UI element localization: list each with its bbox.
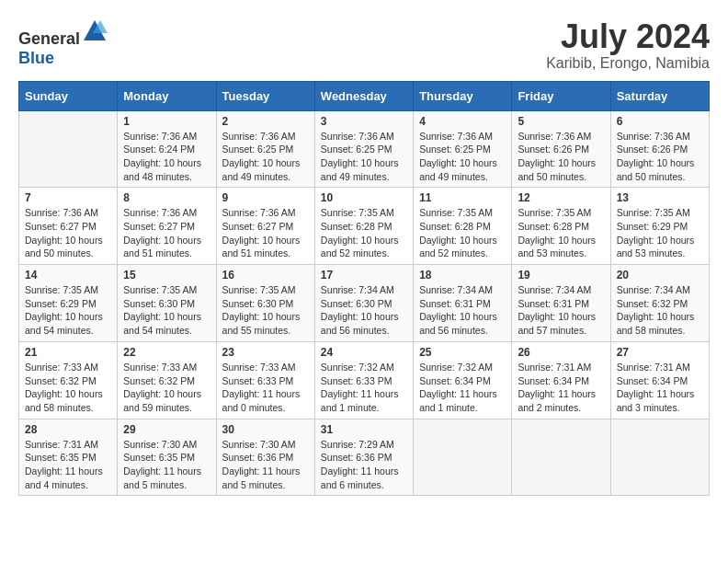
calendar-header: SundayMondayTuesdayWednesdayThursdayFrid…	[19, 81, 710, 110]
day-info: Sunrise: 7:34 AMSunset: 6:31 PMDaylight:…	[419, 283, 506, 338]
day-number: 6	[617, 115, 703, 128]
day-number: 28	[25, 423, 111, 436]
day-number: 10	[321, 191, 407, 204]
calendar-table: SundayMondayTuesdayWednesdayThursdayFrid…	[18, 81, 710, 497]
day-info: Sunrise: 7:30 AMSunset: 6:35 PMDaylight:…	[123, 438, 210, 492]
day-info: Sunrise: 7:34 AMSunset: 6:32 PMDaylight:…	[617, 283, 703, 338]
calendar-cell: 17Sunrise: 7:34 AMSunset: 6:30 PMDayligh…	[314, 265, 413, 342]
day-number: 18	[419, 269, 506, 282]
day-info: Sunrise: 7:34 AMSunset: 6:30 PMDaylight:…	[321, 283, 407, 338]
title-section: July 2024 Karibib, Erongo, Namibia	[546, 18, 710, 72]
logo-text: General Blue	[18, 18, 108, 68]
calendar-cell: 15Sunrise: 7:35 AMSunset: 6:30 PMDayligh…	[118, 265, 216, 342]
logo-icon	[82, 18, 108, 44]
calendar-cell: 27Sunrise: 7:31 AMSunset: 6:34 PMDayligh…	[610, 341, 709, 419]
day-number: 17	[321, 269, 407, 282]
day-number: 2	[222, 115, 309, 128]
day-number: 22	[123, 346, 210, 359]
day-number: 25	[419, 346, 506, 359]
day-info: Sunrise: 7:31 AMSunset: 6:34 PMDaylight:…	[617, 361, 703, 415]
calendar-cell: 18Sunrise: 7:34 AMSunset: 6:31 PMDayligh…	[414, 265, 512, 342]
calendar-cell: 25Sunrise: 7:32 AMSunset: 6:34 PMDayligh…	[414, 341, 512, 419]
day-info: Sunrise: 7:30 AMSunset: 6:36 PMDaylight:…	[222, 438, 309, 492]
day-info: Sunrise: 7:32 AMSunset: 6:33 PMDaylight:…	[321, 361, 407, 415]
day-number: 20	[617, 269, 703, 282]
day-info: Sunrise: 7:31 AMSunset: 6:35 PMDaylight:…	[25, 438, 111, 492]
calendar-cell: 13Sunrise: 7:35 AMSunset: 6:29 PMDayligh…	[610, 188, 709, 265]
calendar-cell: 28Sunrise: 7:31 AMSunset: 6:35 PMDayligh…	[19, 419, 118, 496]
calendar-week-3: 14Sunrise: 7:35 AMSunset: 6:29 PMDayligh…	[19, 265, 710, 342]
day-number: 31	[321, 423, 407, 436]
calendar-cell: 23Sunrise: 7:33 AMSunset: 6:33 PMDayligh…	[216, 341, 314, 419]
calendar-cell: 4Sunrise: 7:36 AMSunset: 6:25 PMDaylight…	[414, 110, 512, 188]
calendar-week-4: 21Sunrise: 7:33 AMSunset: 6:32 PMDayligh…	[19, 341, 710, 419]
day-info: Sunrise: 7:36 AMSunset: 6:27 PMDaylight:…	[123, 206, 210, 260]
day-info: Sunrise: 7:36 AMSunset: 6:25 PMDaylight:…	[222, 130, 309, 184]
calendar-cell: 16Sunrise: 7:35 AMSunset: 6:30 PMDayligh…	[216, 265, 314, 342]
day-info: Sunrise: 7:33 AMSunset: 6:32 PMDaylight:…	[25, 361, 111, 415]
day-info: Sunrise: 7:36 AMSunset: 6:24 PMDaylight:…	[123, 130, 210, 184]
weekday-header-monday: Monday	[118, 81, 216, 110]
weekday-header-row: SundayMondayTuesdayWednesdayThursdayFrid…	[19, 81, 710, 110]
calendar-cell: 3Sunrise: 7:36 AMSunset: 6:25 PMDaylight…	[314, 110, 413, 188]
day-info: Sunrise: 7:35 AMSunset: 6:30 PMDaylight:…	[123, 283, 210, 338]
month-year-title: July 2024	[546, 18, 710, 55]
calendar-cell: 14Sunrise: 7:35 AMSunset: 6:29 PMDayligh…	[19, 265, 118, 342]
day-number: 5	[518, 115, 604, 128]
day-info: Sunrise: 7:35 AMSunset: 6:28 PMDaylight:…	[419, 206, 506, 260]
calendar-week-2: 7Sunrise: 7:36 AMSunset: 6:27 PMDaylight…	[19, 188, 710, 265]
calendar-cell	[610, 419, 709, 496]
day-number: 9	[222, 191, 309, 204]
day-number: 12	[518, 191, 604, 204]
calendar-cell: 22Sunrise: 7:33 AMSunset: 6:32 PMDayligh…	[118, 341, 216, 419]
logo: General Blue	[18, 18, 108, 68]
calendar-cell: 26Sunrise: 7:31 AMSunset: 6:34 PMDayligh…	[512, 341, 610, 419]
day-number: 19	[518, 269, 604, 282]
calendar-cell: 10Sunrise: 7:35 AMSunset: 6:28 PMDayligh…	[314, 188, 413, 265]
day-info: Sunrise: 7:35 AMSunset: 6:29 PMDaylight:…	[25, 283, 111, 338]
calendar-week-1: 1Sunrise: 7:36 AMSunset: 6:24 PMDaylight…	[19, 110, 710, 188]
calendar-cell: 9Sunrise: 7:36 AMSunset: 6:27 PMDaylight…	[216, 188, 314, 265]
calendar-body: 1Sunrise: 7:36 AMSunset: 6:24 PMDaylight…	[19, 110, 710, 496]
day-number: 8	[123, 191, 210, 204]
calendar-week-5: 28Sunrise: 7:31 AMSunset: 6:35 PMDayligh…	[19, 419, 710, 496]
weekday-header-wednesday: Wednesday	[314, 81, 413, 110]
calendar-cell: 6Sunrise: 7:36 AMSunset: 6:26 PMDaylight…	[610, 110, 709, 188]
day-number: 27	[617, 346, 703, 359]
weekday-header-tuesday: Tuesday	[216, 81, 314, 110]
calendar-cell: 31Sunrise: 7:29 AMSunset: 6:36 PMDayligh…	[314, 419, 413, 496]
day-info: Sunrise: 7:36 AMSunset: 6:27 PMDaylight:…	[25, 206, 111, 260]
calendar-cell: 7Sunrise: 7:36 AMSunset: 6:27 PMDaylight…	[19, 188, 118, 265]
day-number: 1	[123, 115, 210, 128]
day-info: Sunrise: 7:36 AMSunset: 6:26 PMDaylight:…	[518, 130, 604, 184]
day-info: Sunrise: 7:29 AMSunset: 6:36 PMDaylight:…	[321, 438, 407, 492]
page-header: General Blue July 2024 Karibib, Erongo, …	[18, 18, 710, 72]
day-info: Sunrise: 7:36 AMSunset: 6:26 PMDaylight:…	[617, 130, 703, 184]
calendar-cell: 30Sunrise: 7:30 AMSunset: 6:36 PMDayligh…	[216, 419, 314, 496]
location-subtitle: Karibib, Erongo, Namibia	[546, 55, 710, 72]
calendar-cell: 21Sunrise: 7:33 AMSunset: 6:32 PMDayligh…	[19, 341, 118, 419]
day-info: Sunrise: 7:35 AMSunset: 6:29 PMDaylight:…	[617, 206, 703, 260]
day-number: 13	[617, 191, 703, 204]
day-info: Sunrise: 7:35 AMSunset: 6:28 PMDaylight:…	[518, 206, 604, 260]
weekday-header-saturday: Saturday	[610, 81, 709, 110]
day-info: Sunrise: 7:33 AMSunset: 6:33 PMDaylight:…	[222, 361, 309, 415]
calendar-cell: 20Sunrise: 7:34 AMSunset: 6:32 PMDayligh…	[610, 265, 709, 342]
calendar-cell: 24Sunrise: 7:32 AMSunset: 6:33 PMDayligh…	[314, 341, 413, 419]
day-info: Sunrise: 7:31 AMSunset: 6:34 PMDaylight:…	[518, 361, 604, 415]
day-number: 21	[25, 346, 111, 359]
calendar-cell: 29Sunrise: 7:30 AMSunset: 6:35 PMDayligh…	[118, 419, 216, 496]
day-number: 11	[419, 191, 506, 204]
day-number: 16	[222, 269, 309, 282]
day-info: Sunrise: 7:36 AMSunset: 6:27 PMDaylight:…	[222, 206, 309, 260]
day-info: Sunrise: 7:35 AMSunset: 6:30 PMDaylight:…	[222, 283, 309, 338]
calendar-cell	[414, 419, 512, 496]
logo-blue: Blue	[18, 49, 54, 67]
weekday-header-thursday: Thursday	[414, 81, 512, 110]
day-info: Sunrise: 7:35 AMSunset: 6:28 PMDaylight:…	[321, 206, 407, 260]
weekday-header-friday: Friday	[512, 81, 610, 110]
day-number: 4	[419, 115, 506, 128]
calendar-cell	[512, 419, 610, 496]
calendar-cell: 2Sunrise: 7:36 AMSunset: 6:25 PMDaylight…	[216, 110, 314, 188]
day-number: 29	[123, 423, 210, 436]
